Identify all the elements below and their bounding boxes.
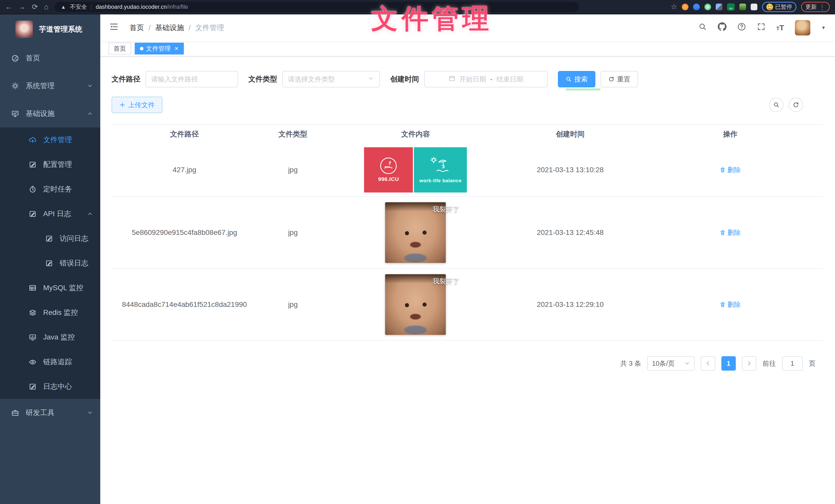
address-bar[interactable]: ▲ 不安全 dashboard.yudao.iocoder.cn/infra/f… [55, 2, 579, 12]
table-row: 5e8609290e915c4fa8b08e67.jpg jpg 我裂开了 20… [111, 197, 823, 269]
cloud-upload-icon [29, 136, 37, 144]
sidebar-item-config-manage[interactable]: 配置管理 [0, 152, 100, 177]
api-log-icon [29, 210, 37, 218]
profile-avatar-icon [766, 4, 773, 10]
extension-icon-puzzle[interactable] [751, 4, 757, 10]
upload-file-button[interactable]: 上传文件 [111, 97, 162, 113]
app-title: 芋道管理系统 [39, 24, 82, 34]
col-actions: 操作 [638, 129, 823, 139]
goto-page-input[interactable] [782, 356, 802, 371]
col-create-time: 创建时间 [503, 129, 638, 139]
profile-paused-badge[interactable]: 已暂停 [762, 2, 796, 12]
tab-file-manage[interactable]: 文件管理 ✕ [135, 43, 184, 55]
user-menu-caret-icon[interactable]: ▼ [821, 25, 826, 30]
delete-button[interactable]: 删除 [719, 300, 741, 309]
sidebar-item-error-log[interactable]: 错误日志 [0, 251, 100, 275]
col-file-path: 文件路径 [111, 129, 257, 139]
browser-extensions: ☆ on 已暂停 更新 ⋮ [671, 2, 830, 12]
hamburger-icon[interactable] [109, 22, 118, 33]
tab-home[interactable]: 首页 [108, 43, 131, 55]
start-date-placeholder: 开始日期 [460, 75, 486, 84]
extension-icon-grid[interactable] [716, 4, 722, 10]
sidebar-item-infrastructure[interactable]: 基础设施 [0, 100, 100, 127]
breadcrumb-separator: / [148, 24, 151, 32]
chevron-up-icon [87, 110, 93, 117]
refresh-icon[interactable] [789, 98, 803, 112]
user-avatar[interactable] [795, 20, 810, 36]
toggle-search-icon[interactable] [769, 98, 783, 112]
table-header-row: 文件路径 文件类型 文件内容 创建时间 操作 [111, 125, 823, 143]
filter-form: 文件路径 请输入文件路径 文件类型 请选择文件类型 创建时间 开始日期 - 结束… [111, 71, 823, 87]
sidebar-item-log-center[interactable]: 日志中心 [0, 374, 100, 399]
delete-button[interactable]: 删除 [719, 228, 741, 237]
extension-icon-green-leaf[interactable] [739, 4, 746, 10]
chrome-update-button[interactable]: 更新 ⋮ [801, 2, 830, 12]
col-file-content: 文件内容 [329, 129, 503, 139]
active-dot-icon [140, 47, 143, 50]
reload-icon[interactable]: ⟳ [32, 3, 38, 10]
page-size-select[interactable]: 10条/页 [647, 356, 695, 371]
sidebar-item-system[interactable]: 系统管理 [0, 72, 100, 100]
mysql-table-icon [29, 284, 37, 292]
sidebar-item-scheduled-jobs[interactable]: 定时任务 [0, 177, 100, 202]
file-path-input[interactable]: 请输入文件路径 [145, 71, 238, 87]
search-button[interactable]: 搜索 [558, 71, 595, 87]
sidebar-item-api-log[interactable]: API 日志 [0, 202, 100, 226]
fullscreen-icon[interactable] [757, 22, 766, 33]
header-search-icon[interactable] [698, 22, 707, 33]
app-logo [16, 21, 33, 38]
goto-label: 前往 [762, 359, 776, 368]
trash-icon [719, 230, 726, 236]
sidebar-logo-row[interactable]: 芋道管理系统 [0, 14, 100, 44]
sidebar-item-dev-tools[interactable]: 研发工具 [0, 399, 100, 427]
sidebar-item-access-log[interactable]: 访问日志 [0, 226, 100, 251]
dashboard-icon [11, 54, 19, 62]
file-preview-996icu[interactable]: 996.ICU work-life balance [364, 147, 467, 192]
forward-icon[interactable]: → [19, 3, 26, 10]
file-path-label: 文件路径 [111, 74, 140, 84]
extension-icon-orange[interactable] [682, 4, 689, 10]
browser-menu-icon[interactable]: ⋮ [819, 4, 826, 10]
url-host: dashboard.yudao.iocoder.cn [96, 4, 167, 10]
close-tab-icon[interactable]: ✕ [174, 46, 179, 51]
extension-icon-blue-pin[interactable] [693, 4, 700, 10]
font-size-icon[interactable]: TT [776, 24, 785, 31]
log-center-icon [29, 383, 37, 391]
back-icon[interactable]: ← [5, 3, 12, 10]
beach-umbrella-icon [430, 156, 451, 176]
sidebar-item-file-manage[interactable]: 文件管理 [0, 127, 100, 152]
prev-page-button[interactable] [701, 356, 715, 371]
file-type-select[interactable]: 请选择文件类型 [282, 71, 380, 87]
calendar-icon [449, 75, 455, 84]
extension-icon-green-circle[interactable] [705, 4, 711, 10]
sidebar-item-mysql-monitor[interactable]: MySQL 监控 [0, 275, 100, 300]
chevron-down-icon [87, 410, 93, 416]
breadcrumb-infrastructure[interactable]: 基础设施 [155, 23, 184, 33]
sidebar-item-java-monitor[interactable]: Java 监控 [0, 325, 100, 350]
sidebar-item-home[interactable]: 首页 [0, 44, 100, 72]
security-label[interactable]: 不安全 [70, 3, 87, 11]
sidebar-item-trace[interactable]: 链路追踪 [0, 350, 100, 374]
bookmark-star-icon[interactable]: ☆ [671, 3, 677, 10]
sidebar-item-redis-monitor[interactable]: Redis 监控 [0, 300, 100, 325]
delete-button[interactable]: 删除 [719, 166, 741, 174]
file-preview-baby-meme[interactable]: 我裂开了 [385, 274, 446, 335]
chevron-down-icon [87, 83, 93, 89]
extension-icon-switch-on[interactable]: on [727, 3, 735, 10]
java-monitor-icon [29, 333, 37, 341]
home-icon[interactable]: ⌂ [44, 3, 48, 10]
page-number-current[interactable]: 1 [721, 356, 736, 371]
date-range-separator: - [490, 75, 493, 83]
breadcrumb-home[interactable]: 首页 [129, 23, 144, 33]
github-icon[interactable] [718, 22, 727, 33]
app-header: 首页 / 基础设施 / 文件管理 TT ▼ [100, 14, 835, 41]
pagination-total: 共 3 条 [620, 359, 641, 368]
next-page-button[interactable] [742, 356, 756, 371]
dev-tools-icon [11, 409, 19, 417]
sidebar-submenu-infrastructure: 文件管理 配置管理 定时任务 API 日志 访问日志 错误日志 [0, 127, 100, 399]
file-preview-baby-meme[interactable]: 我裂开了 [385, 202, 446, 263]
reset-button[interactable]: 重置 [600, 71, 638, 87]
date-range-picker[interactable]: 开始日期 - 结束日期 [424, 71, 548, 87]
infrastructure-icon [11, 110, 19, 118]
help-icon[interactable] [737, 22, 746, 33]
